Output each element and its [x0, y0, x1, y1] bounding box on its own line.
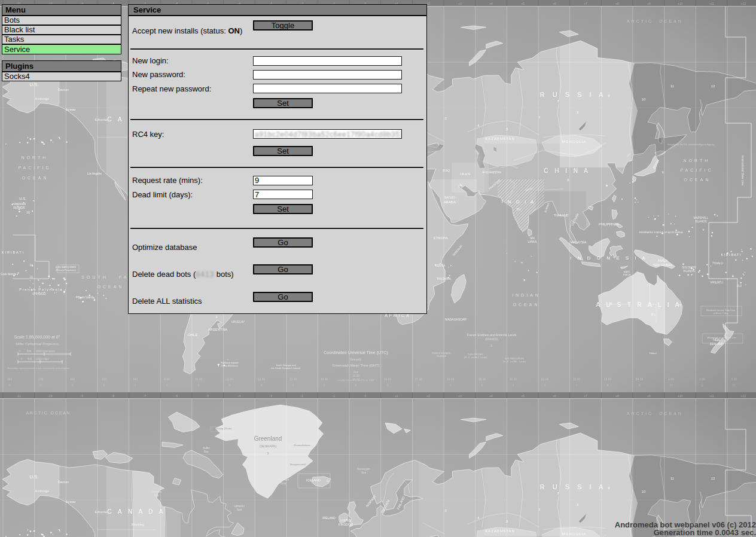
repeat-password-input[interactable] — [253, 84, 402, 93]
toggle-button[interactable]: Toggle — [253, 20, 313, 30]
optimize-database-go-button[interactable]: Go — [253, 237, 313, 248]
menu-panel-title: Menu — [2, 5, 121, 15]
andromeda-webpanel: { "window": {"width": 1264, "height": 89… — [0, 0, 756, 537]
request-rate-label: Request rate (mins): — [132, 176, 203, 184]
optimize-database-label: Optimize database — [132, 243, 197, 251]
service-panel: Service Accept new installs (status: ON)… — [128, 4, 427, 314]
request-rate-input[interactable] — [253, 176, 313, 185]
rc4-key-label: RC4 key: — [132, 130, 164, 138]
dead-limit-input[interactable] — [253, 190, 313, 199]
service-panel-body: Accept new installs (status: ON) Toggle … — [129, 16, 426, 313]
rc4-key-input[interactable]: a91bc2e04d7f83ba52c6ee17f90a4cd8b3512f6e… — [253, 129, 402, 139]
repeat-password-label: Repeat new password: — [132, 85, 211, 93]
sidebar-item-socks4[interactable]: Socks4 — [2, 72, 121, 81]
set-credentials-button[interactable]: Set — [253, 98, 313, 108]
accept-installs-label: Accept new installs (status: ON) — [132, 27, 242, 35]
plugins-panel-title: Plugins — [2, 61, 121, 71]
dead-limit-label: Dead limit (days): — [132, 191, 193, 199]
divider — [130, 119, 423, 120]
new-password-label: New password: — [132, 71, 185, 78]
footer-line2: Generation time 0.0043 sec. — [615, 529, 756, 536]
sidebar-item-bots[interactable]: Bots — [2, 16, 121, 25]
divider — [130, 228, 423, 229]
sidebar-item-tasks[interactable]: Tasks — [2, 35, 121, 44]
service-panel-title: Service — [129, 5, 426, 15]
dead-bots-count-redacted: 8413 — [196, 270, 214, 278]
delete-all-statistics-go-button[interactable]: Go — [253, 292, 313, 302]
delete-all-statistics-label: Delete ALL statistics — [132, 297, 202, 305]
menu-panel: Menu Bots Black list Tasks Service — [2, 4, 121, 54]
delete-dead-bots-go-button[interactable]: Go — [253, 264, 313, 274]
new-login-input[interactable] — [253, 56, 402, 66]
divider — [130, 167, 423, 168]
accept-installs-status: ON — [228, 26, 240, 35]
new-login-label: New login: — [132, 57, 169, 65]
sidebar-item-black-list[interactable]: Black list — [2, 26, 121, 34]
divider — [130, 48, 423, 50]
footer: Andromeda bot webpanel v06 (c) 2012 Gene… — [615, 521, 756, 536]
delete-dead-bots-label: Delete dead bots (8413 bots) — [132, 270, 234, 278]
rc4-key-redacted-value: a91bc2e04d7f83ba52c6ee17f90a4cd8b3512f6e… — [255, 130, 402, 139]
set-rc4-button[interactable]: Set — [253, 146, 313, 156]
sidebar-item-service[interactable]: Service — [2, 45, 121, 54]
new-password-input[interactable] — [253, 70, 402, 80]
set-limits-button[interactable]: Set — [253, 204, 313, 214]
plugins-panel: Plugins Socks4 — [2, 60, 121, 81]
